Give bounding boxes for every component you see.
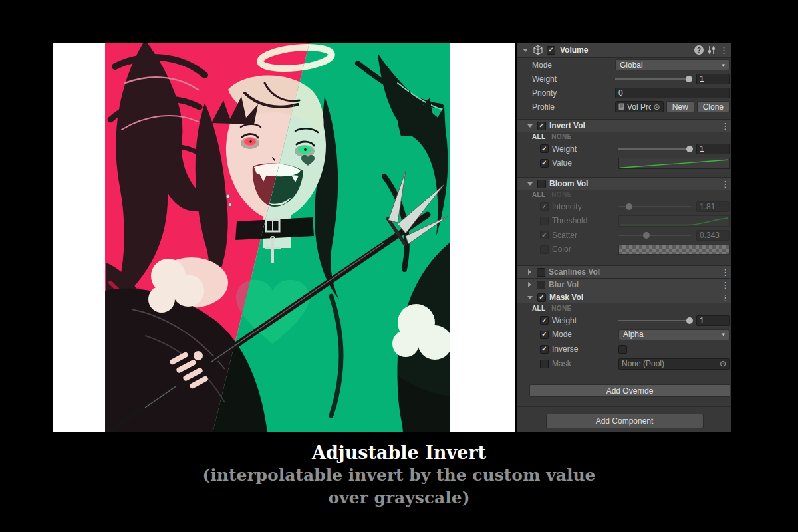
- invert-value-curve-field[interactable]: [618, 158, 730, 169]
- clone-button[interactable]: Clone: [697, 101, 730, 112]
- add-component-button[interactable]: Add Component: [546, 414, 704, 428]
- none-toggle[interactable]: NONE: [551, 305, 571, 312]
- presets-icon[interactable]: [707, 45, 716, 55]
- caption-line2: over grayscale): [0, 487, 798, 509]
- none-toggle[interactable]: NONE: [551, 133, 571, 140]
- override-checkbox[interactable]: ✓: [540, 159, 549, 168]
- bloom-enabled-checkbox[interactable]: ✓: [537, 180, 546, 188]
- mask-weight-field[interactable]: 1: [696, 315, 730, 326]
- override-checkbox[interactable]: ✓: [540, 231, 549, 239]
- foldout-down-icon[interactable]: [527, 296, 533, 299]
- caption: Adjustable Invert (interpolatable invert…: [0, 442, 798, 509]
- foldout-down-icon[interactable]: [527, 124, 533, 128]
- bloom-color-swatch[interactable]: [618, 245, 730, 255]
- blur-enabled-checkbox[interactable]: ✓: [537, 281, 545, 289]
- bloom-intencity-slider[interactable]: [618, 202, 692, 211]
- override-checkbox[interactable]: ✓: [540, 245, 549, 254]
- foldout-down-icon[interactable]: [527, 182, 533, 186]
- mask-enabled-checkbox[interactable]: ✓: [537, 293, 546, 302]
- bloom-intencity-field[interactable]: 1.81: [696, 201, 730, 212]
- mode-value: Global: [620, 61, 643, 70]
- bloom-disabled-content: ALL NONE ✓ Intencity 1.81 ✓ Threshold ✓ …: [517, 190, 732, 257]
- bloom-scatter-label: Scatter: [552, 231, 615, 240]
- bloom-scatter-row: ✓ Scatter 0.343: [517, 228, 732, 242]
- mask-mask-label: Mask: [552, 359, 615, 368]
- kebab-menu-icon[interactable]: ⋮: [721, 122, 729, 130]
- mask-inverse-label: Inverse: [552, 344, 615, 354]
- kebab-menu-icon[interactable]: ⋮: [720, 46, 728, 55]
- slider-knob[interactable]: [686, 146, 693, 152]
- divider: [517, 374, 732, 374]
- mask-object-field[interactable]: None (Pool) ⊙: [618, 358, 730, 370]
- foldout-right-icon[interactable]: [528, 269, 531, 275]
- none-toggle[interactable]: NONE: [551, 191, 571, 198]
- invert-weight-field[interactable]: 1: [696, 144, 730, 154]
- kebab-menu-icon[interactable]: ⋮: [721, 293, 729, 302]
- caption-line1: (interpolatable invert by the custom val…: [0, 464, 798, 487]
- mask-vol-header[interactable]: ✓ Mask Vol ⋮: [517, 291, 732, 303]
- bloom-title: Bloom Vol: [549, 179, 718, 188]
- slider-knob[interactable]: [643, 232, 650, 239]
- override-checkbox[interactable]: ✓: [540, 217, 549, 225]
- scanlines-enabled-checkbox[interactable]: ✓: [537, 268, 545, 277]
- foldout-right-icon[interactable]: [528, 282, 531, 287]
- invert-weight-slider[interactable]: [618, 144, 692, 154]
- slider-knob[interactable]: [686, 317, 693, 324]
- slider-knob[interactable]: [626, 203, 632, 210]
- bloom-intencity-label: Intencity: [552, 202, 615, 211]
- mask-weight-slider[interactable]: [618, 316, 692, 325]
- profile-object-name: Vol Prof: [627, 102, 651, 112]
- mode-row: Mode Global ▾: [517, 58, 732, 72]
- chevron-down-icon: ▾: [722, 331, 725, 338]
- kebab-menu-icon[interactable]: ⋮: [721, 281, 729, 289]
- profile-label: Profile: [532, 102, 615, 112]
- object-picker-icon[interactable]: ⊙: [720, 360, 726, 368]
- kebab-menu-icon[interactable]: ⋮: [721, 180, 729, 188]
- override-checkbox[interactable]: ✓: [540, 345, 549, 354]
- scanlines-vol-header[interactable]: ✓ Scanlines Vol ⋮: [517, 265, 732, 278]
- object-picker-icon[interactable]: ⊙: [654, 103, 660, 111]
- all-toggle[interactable]: ALL: [532, 305, 545, 312]
- weight-value-field[interactable]: 1: [696, 74, 730, 84]
- override-checkbox[interactable]: ✓: [540, 144, 549, 153]
- profile-asset-icon: [618, 103, 624, 110]
- invert-weight-row: ✓ Weight 1: [517, 142, 732, 156]
- override-checkbox[interactable]: ✓: [540, 360, 549, 368]
- component-enabled-checkbox[interactable]: ✓: [547, 46, 555, 55]
- mask-weight-row: ✓ Weight 1: [517, 313, 732, 327]
- invert-enabled-checkbox[interactable]: ✓: [537, 122, 546, 130]
- bloom-vol-header[interactable]: ✓ Bloom Vol ⋮: [517, 177, 732, 190]
- all-toggle[interactable]: ALL: [532, 133, 545, 140]
- slider-knob[interactable]: [686, 76, 692, 82]
- weight-slider[interactable]: [615, 74, 692, 84]
- override-checkbox[interactable]: ✓: [540, 316, 549, 325]
- new-button[interactable]: New: [666, 101, 694, 112]
- invert-weight-label: Weight: [552, 144, 615, 154]
- mask-inverse-row: ✓ Inverse ✓: [517, 342, 732, 356]
- mode-dropdown[interactable]: Global ▾: [615, 59, 730, 70]
- kebab-menu-icon[interactable]: ⋮: [721, 268, 729, 277]
- invert-vol-header[interactable]: ✓ Invert Vol ⋮: [517, 119, 732, 132]
- bloom-color-label: Color: [552, 245, 615, 254]
- priority-field[interactable]: 0: [615, 88, 730, 98]
- profile-object-field[interactable]: Vol Prof ⊙: [615, 101, 664, 112]
- foldout-down-icon[interactable]: [523, 49, 528, 52]
- blur-vol-header[interactable]: ✓ Blur Vol ⋮: [517, 278, 732, 291]
- artwork-preview: [105, 43, 450, 432]
- bloom-scatter-field[interactable]: 0.343: [696, 230, 730, 241]
- bloom-threshold-curve-field[interactable]: [618, 215, 730, 227]
- mask-mask-row: ✓ Mask None (Pool) ⊙: [517, 356, 732, 371]
- mask-mode-label: Mode: [552, 330, 615, 339]
- divider: [517, 406, 732, 407]
- component-title: Volume: [560, 45, 588, 55]
- mask-mode-dropdown[interactable]: Alpha ▾: [618, 329, 730, 340]
- inverse-value-checkbox[interactable]: ✓: [618, 345, 627, 354]
- override-checkbox[interactable]: ✓: [540, 202, 549, 211]
- all-toggle[interactable]: ALL: [532, 191, 545, 198]
- mask-allnone-row: ALL NONE: [517, 303, 732, 313]
- bloom-scatter-slider[interactable]: [618, 231, 692, 240]
- volume-component-header[interactable]: ✓ Volume ? ⋮: [517, 43, 732, 58]
- add-override-button[interactable]: Add Override: [529, 384, 730, 397]
- help-icon[interactable]: ?: [694, 45, 704, 55]
- override-checkbox[interactable]: ✓: [540, 331, 549, 339]
